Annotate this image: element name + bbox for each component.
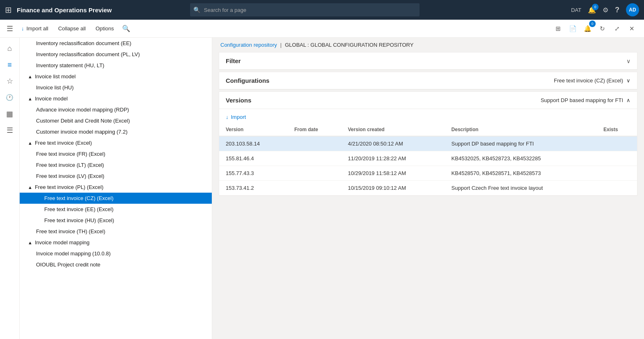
tree-item-label: Customer invoice model mapping (7.2) xyxy=(36,129,127,135)
notification-icon-toolbar[interactable]: 🔔 0 xyxy=(582,23,593,34)
tree-item[interactable]: ▲Invoice model xyxy=(20,93,212,104)
table-row[interactable]: 155.81.46.411/20/2019 11:28:22 AMKB45320… xyxy=(219,151,637,166)
filter-collapse-icon[interactable]: ∨ xyxy=(626,58,630,64)
table-cell-version: 155.81.46.4 xyxy=(219,151,288,166)
versions-right-label: Support DP based mapping for FTI xyxy=(541,97,623,103)
tree-panel: Inventory reclassification document (EE)… xyxy=(20,38,212,339)
close-icon[interactable]: ✕ xyxy=(626,23,637,34)
tree-item[interactable]: Inventory reclassification document (PL,… xyxy=(20,49,212,60)
tree-item[interactable]: Customer invoice model mapping (7.2) xyxy=(20,126,212,137)
tree-item-label: Free text invoice (HU) (Excel) xyxy=(44,217,114,223)
tree-item[interactable]: Advance invoice model mapping (RDP) xyxy=(20,104,212,115)
notification-icon[interactable]: 🔔 0 xyxy=(588,6,596,14)
breadcrumb-separator: | xyxy=(280,42,281,48)
versions-header: Versions Support DP based mapping for FT… xyxy=(219,92,637,109)
collapse-all-label: Collapse all xyxy=(58,25,86,32)
history-icon[interactable]: 🕐 xyxy=(2,90,17,105)
tree-item-label: Inventory statement (HU, LT) xyxy=(36,62,104,68)
refresh-icon[interactable]: ↻ xyxy=(596,23,608,34)
search-input[interactable] xyxy=(190,3,420,16)
filter-section: Filter ∨ xyxy=(219,52,637,70)
versions-toolbar: ↓ Import xyxy=(219,109,637,123)
toolbar: ☰ ↓ Import all Collapse all Options 🔍 ⊞ … xyxy=(0,20,644,38)
table-row[interactable]: 155.77.43.310/29/2019 11:58:12 AMKB45285… xyxy=(219,166,637,181)
tree-item[interactable]: Invoice model mapping (10.0.8) xyxy=(20,248,212,259)
import-icon: ↓ xyxy=(226,114,229,120)
tree-item-label: Free text invoice (EE) (Excel) xyxy=(44,206,113,212)
col-version-created: Version created xyxy=(341,123,445,136)
tree-item[interactable]: OIOUBL Project credit note xyxy=(20,259,212,270)
tree-item-label: Invoice list model xyxy=(35,73,76,80)
import-button[interactable]: ↓ Import xyxy=(219,111,252,123)
top-nav-bar: ⊞ Finance and Operations Preview 🔍 DAT 🔔… xyxy=(0,0,644,20)
tree-item[interactable]: Customer Debit and Credit Note (Excel) xyxy=(20,115,212,126)
tree-item-label: OIOUBL Project credit note xyxy=(36,262,100,268)
tree-item[interactable]: Inventory reclassification document (EE) xyxy=(20,38,212,49)
tree-item[interactable]: ▲Free text invoice (PL) (Excel) xyxy=(20,182,212,193)
help-icon[interactable]: ? xyxy=(615,6,619,14)
options-button[interactable]: Options xyxy=(92,24,117,33)
tree-item-label: Free text invoice (TH) (Excel) xyxy=(36,228,105,234)
tree-item-label: Invoice model mapping xyxy=(35,239,90,246)
tree-item[interactable]: Free text invoice (LT) (Excel) xyxy=(20,159,212,171)
breadcrumb-repo[interactable]: Configuration repository xyxy=(220,42,277,48)
table-cell-from_date xyxy=(288,181,341,196)
hamburger-icon[interactable]: ☰ xyxy=(7,24,13,33)
table-cell-description: KB4528570, KB4528571, KB4528573 xyxy=(445,166,597,181)
search-icon: 🔍 xyxy=(193,7,200,13)
list-icon[interactable]: ☰ xyxy=(2,123,17,138)
tree-item[interactable]: Free text invoice (EE) (Excel) xyxy=(20,204,212,215)
tree-item-label: Invoice model mapping (10.0.8) xyxy=(36,250,111,257)
collapse-all-button[interactable]: Collapse all xyxy=(55,24,89,33)
table-cell-version_created: 11/20/2019 11:28:22 AM xyxy=(341,151,445,166)
tree-item-label: Free text invoice (LV) (Excel) xyxy=(36,173,104,179)
open-new-icon[interactable]: ⤢ xyxy=(611,23,623,34)
avatar[interactable]: AD xyxy=(626,3,639,16)
configurations-section: Configurations Free text invoice (CZ) (E… xyxy=(219,72,637,90)
tree-item-label: Free text invoice (FR) (Excel) xyxy=(36,151,105,157)
table-cell-description: Support Czech Free text invoice layout xyxy=(445,181,597,196)
selected-config-label: Free text invoice (CZ) (Excel) xyxy=(554,77,623,84)
tree-item[interactable]: ▲Invoice list model xyxy=(20,71,212,82)
table-cell-version: 155.77.43.3 xyxy=(219,166,288,181)
tree-item[interactable]: Free text invoice (LV) (Excel) xyxy=(20,171,212,182)
tree-item-label: Invoice list (HU) xyxy=(36,84,74,91)
filter-section-header[interactable]: Filter ∨ xyxy=(219,52,637,70)
breadcrumb: Configuration repository | GLOBAL : GLOB… xyxy=(212,38,644,52)
filter-icon[interactable]: ≡ xyxy=(2,57,17,72)
versions-table: Version From date Version created Descri… xyxy=(219,123,637,196)
table-row[interactable]: 153.73.41.210/15/2019 09:10:12 AMSupport… xyxy=(219,181,637,196)
main-layout: ⌂ ≡ ☆ 🕐 ▦ ☰ Inventory reclassification d… xyxy=(0,38,644,339)
table-row[interactable]: 203.103.58.144/21/2020 08:50:12 AMSuppor… xyxy=(219,136,637,151)
table-cell-from_date xyxy=(288,136,341,151)
search-container: 🔍 xyxy=(190,3,420,16)
personalize-icon[interactable]: ⊞ xyxy=(552,23,564,34)
settings-icon[interactable]: ⚙ xyxy=(603,6,608,14)
table-cell-description: KB4532025, KB4528723, KB4532285 xyxy=(445,151,597,166)
tree-item[interactable]: Invoice list (HU) xyxy=(20,82,212,93)
tree-item[interactable]: Free text invoice (HU) (Excel) xyxy=(20,215,212,226)
tree-item[interactable]: Free text invoice (FR) (Excel) xyxy=(20,148,212,159)
versions-title: Versions xyxy=(226,97,252,104)
tree-item[interactable]: Free text invoice (TH) (Excel) xyxy=(20,226,212,237)
workspace-icon[interactable]: ▦ xyxy=(2,107,17,121)
configurations-collapse-icon[interactable]: ∨ xyxy=(626,77,630,84)
apps-grid-icon[interactable]: ⊞ xyxy=(5,5,12,15)
bookmark-icon[interactable]: 📄 xyxy=(567,23,578,34)
tree-item[interactable]: ▲Invoice model mapping xyxy=(20,237,212,248)
versions-collapse-icon[interactable]: ∧ xyxy=(626,97,630,103)
toolbar-search-button[interactable]: 🔍 xyxy=(120,23,132,34)
tree-item[interactable]: ▲Free text invoice (Excel) xyxy=(20,137,212,148)
table-cell-exists xyxy=(597,166,637,181)
tree-item[interactable]: Inventory statement (HU, LT) xyxy=(20,60,212,71)
home-icon[interactable]: ⌂ xyxy=(2,41,17,56)
import-all-button[interactable]: ↓ Import all xyxy=(18,24,52,33)
collapse-icon: ▲ xyxy=(28,185,32,190)
tree-item-label: Customer Debit and Credit Note (Excel) xyxy=(36,118,130,124)
favorites-icon[interactable]: ☆ xyxy=(2,74,17,89)
icon-sidebar: ⌂ ≡ ☆ 🕐 ▦ ☰ xyxy=(0,38,20,339)
import-all-label: Import all xyxy=(27,25,48,32)
tree-item[interactable]: Free text invoice (CZ) (Excel) xyxy=(20,193,212,204)
breadcrumb-current: GLOBAL : GLOBAL CONFIGURATION REPOSITORY xyxy=(285,42,413,48)
configurations-header[interactable]: Configurations Free text invoice (CZ) (E… xyxy=(219,72,637,89)
